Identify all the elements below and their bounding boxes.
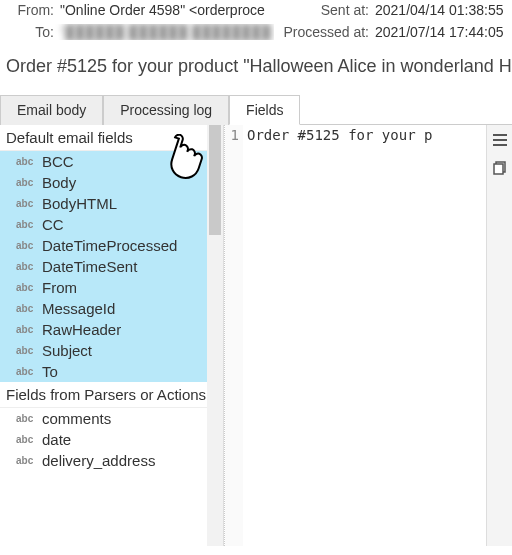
tab-bar: Email body Processing log Fields xyxy=(0,95,512,125)
field-item[interactable]: abcdelivery_address xyxy=(0,450,223,471)
default-fields-list: abcBCCabcBodyabcBodyHTMLabcCCabcDateTime… xyxy=(0,151,223,382)
line-number: 1 xyxy=(225,125,243,546)
right-toolbar xyxy=(486,125,512,546)
field-name: DateTimeProcessed xyxy=(42,237,177,254)
fields-panel: Default email fields abcBCCabcBodyabcBod… xyxy=(0,125,224,546)
field-item[interactable]: abcBCC xyxy=(0,151,223,172)
type-icon: abc xyxy=(16,413,36,424)
field-name: From xyxy=(42,279,77,296)
email-header: From: "Online Order 4598" <orderproce Se… xyxy=(0,0,512,46)
from-value: "Online Order 4598" <orderproce xyxy=(54,2,274,18)
parser-fields-list: abccommentsabcdateabcdelivery_address xyxy=(0,408,223,471)
field-name: CC xyxy=(42,216,64,233)
tab-email-body[interactable]: Email body xyxy=(0,95,103,125)
type-icon: abc xyxy=(16,261,36,272)
field-name: date xyxy=(42,431,71,448)
type-icon: abc xyxy=(16,434,36,445)
field-name: BodyHTML xyxy=(42,195,117,212)
field-item[interactable]: abcDateTimeSent xyxy=(0,256,223,277)
field-name: RawHeader xyxy=(42,321,121,338)
field-item[interactable]: abcFrom xyxy=(0,277,223,298)
processed-value: 2021/07/14 17:44:05 xyxy=(369,24,503,40)
field-item[interactable]: abcdate xyxy=(0,429,223,450)
type-icon: abc xyxy=(16,282,36,293)
code-panel: 1 Order #5125 for your p xyxy=(224,125,512,546)
field-item[interactable]: abcSubject xyxy=(0,340,223,361)
to-label: To: xyxy=(6,24,54,40)
type-icon: abc xyxy=(16,303,36,314)
type-icon: abc xyxy=(16,345,36,356)
type-icon: abc xyxy=(16,240,36,251)
type-icon: abc xyxy=(16,324,36,335)
field-item[interactable]: abccomments xyxy=(0,408,223,429)
field-item[interactable]: abcBodyHTML xyxy=(0,193,223,214)
fields-scrollbar[interactable] xyxy=(207,125,223,546)
field-name: To xyxy=(42,363,58,380)
tab-fields[interactable]: Fields xyxy=(229,95,300,125)
tab-processing-log[interactable]: Processing log xyxy=(103,95,229,125)
header-row-to: To: "██████ ██████ ████████ Processed at… xyxy=(6,24,506,46)
field-name: MessageId xyxy=(42,300,115,317)
field-item[interactable]: abcRawHeader xyxy=(0,319,223,340)
type-icon: abc xyxy=(16,156,36,167)
field-name: Subject xyxy=(42,342,92,359)
parser-fields-header: Fields from Parsers or Actions xyxy=(0,382,223,408)
field-name: Body xyxy=(42,174,76,191)
field-name: comments xyxy=(42,410,111,427)
field-name: DateTimeSent xyxy=(42,258,137,275)
default-fields-header: Default email fields xyxy=(0,125,223,151)
from-label: From: xyxy=(6,2,54,18)
type-icon: abc xyxy=(16,219,36,230)
scroll-thumb[interactable] xyxy=(209,125,221,235)
field-item[interactable]: abcTo xyxy=(0,361,223,382)
field-item[interactable]: abcDateTimeProcessed xyxy=(0,235,223,256)
processed-label: Processed at: xyxy=(274,24,369,40)
field-item[interactable]: abcMessageId xyxy=(0,298,223,319)
field-name: BCC xyxy=(42,153,74,170)
sent-label: Sent at: xyxy=(274,2,369,18)
field-item[interactable]: abcCC xyxy=(0,214,223,235)
header-row-from: From: "Online Order 4598" <orderproce Se… xyxy=(6,2,506,24)
sent-value: 2021/04/14 01:38:55 xyxy=(369,2,503,18)
copy-icon[interactable] xyxy=(489,157,511,179)
type-icon: abc xyxy=(16,177,36,188)
type-icon: abc xyxy=(16,366,36,377)
type-icon: abc xyxy=(16,198,36,209)
subject-line: Order #5125 for your product "Halloween … xyxy=(0,46,512,89)
menu-icon[interactable] xyxy=(489,129,511,151)
body-area: Default email fields abcBCCabcBodyabcBod… xyxy=(0,125,512,546)
svg-rect-1 xyxy=(494,164,503,174)
to-value: "██████ ██████ ████████ xyxy=(54,24,274,40)
type-icon: abc xyxy=(16,455,36,466)
code-text[interactable]: Order #5125 for your p xyxy=(243,125,486,546)
field-item[interactable]: abcBody xyxy=(0,172,223,193)
field-name: delivery_address xyxy=(42,452,155,469)
